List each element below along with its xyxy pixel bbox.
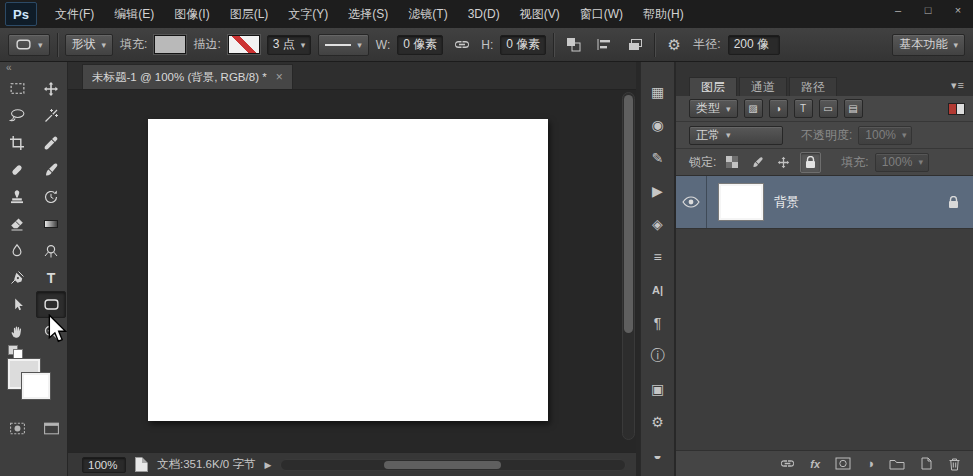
menu-item-view[interactable]: 视图(V) xyxy=(510,1,570,28)
quick-mask-button[interactable] xyxy=(2,415,32,442)
tool-brush[interactable] xyxy=(36,156,66,183)
lock-transparent-pixels-icon[interactable] xyxy=(722,153,741,172)
clone-source-panel-icon[interactable]: ▣ xyxy=(646,379,670,398)
new-group-icon[interactable] xyxy=(889,458,905,470)
filter-adjustment-layers-icon[interactable]: ◑ xyxy=(769,99,788,118)
tool-path-selection[interactable] xyxy=(2,291,32,318)
panel-menu-icon[interactable]: ▾≡ xyxy=(951,79,965,92)
canvas-viewport[interactable] xyxy=(68,90,636,452)
collapse-toolbox-chevron[interactable]: « xyxy=(0,62,67,75)
tool-lasso[interactable] xyxy=(2,102,32,129)
tool-gradient[interactable] xyxy=(36,210,66,237)
menu-item-help[interactable]: 帮助(H) xyxy=(633,1,694,28)
path-alignment-button[interactable] xyxy=(592,34,616,56)
actions-panel-icon[interactable]: ▶ xyxy=(646,181,670,200)
tool-rounded-rectangle-selected[interactable] xyxy=(36,291,66,318)
shape-height-input[interactable]: 0 像素 xyxy=(500,35,546,55)
path-arrange-button[interactable] xyxy=(623,34,647,56)
menu-item-select[interactable]: 选择(S) xyxy=(338,1,398,28)
layer-filter-toggle[interactable] xyxy=(948,103,965,115)
paragraph-panel-icon[interactable]: ¶ xyxy=(646,313,670,332)
menu-item-edit[interactable]: 编辑(E) xyxy=(104,1,164,28)
tool-presets-panel-icon[interactable]: ≡ xyxy=(646,247,670,266)
menu-item-window[interactable]: 窗口(W) xyxy=(570,1,633,28)
character-panel-icon[interactable]: A| xyxy=(646,280,670,299)
tool-move[interactable] xyxy=(36,75,66,102)
stroke-style-dropdown[interactable] xyxy=(318,34,369,56)
shape-width-input[interactable]: 0 像素 xyxy=(397,35,443,55)
tab-layers[interactable]: 图层 xyxy=(689,77,737,96)
swatches-panel-icon[interactable]: ▦ xyxy=(646,82,670,101)
canvas-document[interactable] xyxy=(148,119,548,421)
menu-item-type[interactable]: 文字(Y) xyxy=(278,1,338,28)
tab-channels[interactable]: 通道 xyxy=(739,77,787,96)
styles-panel-icon[interactable]: ◈ xyxy=(646,214,670,233)
menu-item-layer[interactable]: 图层(L) xyxy=(220,1,279,28)
minimize-button[interactable]: – xyxy=(883,0,913,20)
radius-input[interactable]: 200 像 xyxy=(728,35,780,55)
screen-mode-button[interactable] xyxy=(36,415,66,442)
vertical-scrollbar[interactable] xyxy=(622,92,635,440)
tool-spot-healing-brush[interactable] xyxy=(2,156,32,183)
path-operations-button[interactable] xyxy=(561,34,585,56)
color-panel-icon[interactable]: ◉ xyxy=(646,115,670,134)
tool-mode-dropdown[interactable]: 形状 xyxy=(65,34,114,56)
default-colors-icon[interactable] xyxy=(8,345,22,357)
tool-zoom[interactable] xyxy=(36,318,66,345)
tool-dodge[interactable] xyxy=(36,237,66,264)
menu-item-3d[interactable]: 3D(D) xyxy=(458,1,510,28)
lock-position-icon[interactable] xyxy=(774,153,793,172)
filter-pixel-layers-icon[interactable]: ▨ xyxy=(744,99,763,118)
lock-all-icon[interactable] xyxy=(800,152,821,173)
maximize-button[interactable]: □ xyxy=(913,0,943,20)
status-popup-arrow-icon[interactable]: ▶ xyxy=(264,460,271,470)
vertical-scrollbar-thumb[interactable] xyxy=(624,95,633,333)
tool-crop[interactable] xyxy=(2,129,32,156)
tab-close-icon[interactable]: × xyxy=(276,70,283,84)
horizontal-scrollbar-thumb[interactable] xyxy=(384,461,501,469)
adjustment-layer-icon[interactable]: ◑ xyxy=(866,457,874,470)
close-button[interactable]: × xyxy=(943,0,973,20)
new-layer-icon[interactable] xyxy=(920,457,933,470)
notes-panel-icon[interactable]: ⚙ xyxy=(646,412,670,431)
tab-paths[interactable]: 路径 xyxy=(789,77,837,96)
layer-visibility-toggle[interactable] xyxy=(676,176,707,228)
gear-icon[interactable]: ⚙ xyxy=(662,34,686,56)
horizontal-scrollbar[interactable] xyxy=(280,459,626,471)
layer-thumbnail[interactable] xyxy=(719,184,763,220)
tool-eraser[interactable] xyxy=(2,210,32,237)
filter-shape-layers-icon[interactable]: ▭ xyxy=(819,99,838,118)
filter-smart-objects-icon[interactable]: ▤ xyxy=(844,99,863,118)
tool-clone-stamp[interactable] xyxy=(2,183,32,210)
tool-blur[interactable] xyxy=(2,237,32,264)
tool-eyedropper[interactable] xyxy=(36,129,66,156)
tool-history-brush[interactable] xyxy=(36,183,66,210)
menu-item-image[interactable]: 图像(I) xyxy=(164,1,219,28)
delete-layer-icon[interactable] xyxy=(948,457,961,471)
filter-type-layers-icon[interactable]: T xyxy=(794,99,813,118)
stroke-width-input[interactable]: 3 点 xyxy=(267,35,312,55)
menu-item-filter[interactable]: 滤镜(T) xyxy=(398,1,457,28)
opacity-dropdown[interactable]: 100% xyxy=(858,126,912,145)
menu-item-file[interactable]: 文件(F) xyxy=(45,1,104,28)
link-dimensions-icon[interactable] xyxy=(450,34,474,56)
document-tab[interactable]: 未标题-1 @ 100% (背景, RGB/8) * × xyxy=(82,64,293,89)
tool-preset-picker[interactable] xyxy=(8,34,50,56)
lock-image-pixels-icon[interactable] xyxy=(748,153,767,172)
layer-filter-type-dropdown[interactable]: 类型 xyxy=(689,99,738,118)
fill-color-swatch[interactable] xyxy=(154,35,186,54)
link-layers-icon[interactable] xyxy=(780,459,795,468)
histogram-panel-icon[interactable]: ◒ xyxy=(646,445,670,464)
stroke-color-swatch[interactable] xyxy=(228,35,260,54)
tool-pen[interactable] xyxy=(2,264,32,291)
tool-quick-selection[interactable] xyxy=(36,102,66,129)
tool-horizontal-type[interactable]: T xyxy=(36,264,66,291)
brush-presets-panel-icon[interactable]: ✎ xyxy=(646,148,670,167)
layer-style-icon[interactable]: fx xyxy=(810,458,820,470)
background-color-swatch[interactable] xyxy=(22,373,50,399)
info-panel-icon[interactable]: ⓘ xyxy=(646,346,670,365)
workspace-switcher[interactable]: 基本功能 xyxy=(892,34,965,56)
layer-row-background[interactable]: 背景 xyxy=(676,176,973,229)
zoom-level-field[interactable]: 100% xyxy=(82,457,126,473)
fill-opacity-dropdown[interactable]: 100% xyxy=(875,153,929,172)
